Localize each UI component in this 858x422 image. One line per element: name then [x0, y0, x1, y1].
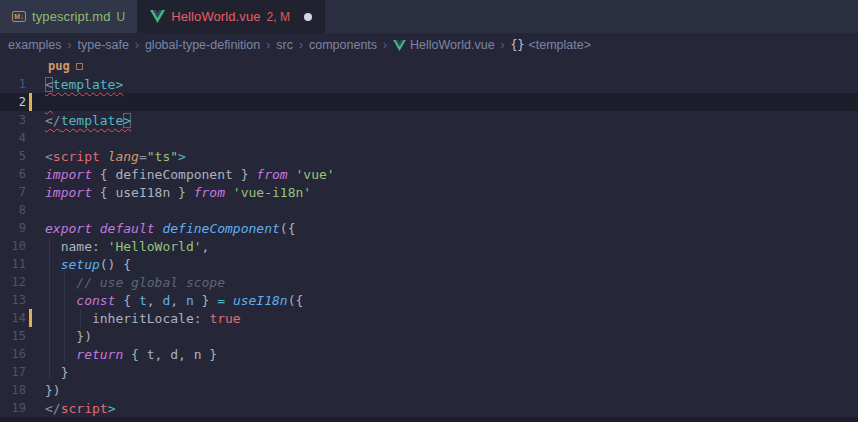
code-line-12[interactable]: 12 // use global scope: [0, 273, 858, 291]
line-number: 6: [0, 167, 26, 181]
code-text: </script>: [45, 401, 115, 416]
code-line-13[interactable]: 13 const { t, d, n } = useI18n({: [0, 291, 858, 309]
template-lang-hint[interactable]: pug: [48, 59, 70, 73]
git-modified-marker: [29, 273, 32, 291]
code-line-5[interactable]: 5<script lang="ts">: [0, 147, 858, 165]
breadcrumb: examples›type-safe›global-type-definitio…: [0, 33, 858, 57]
vue-icon: [150, 10, 165, 23]
git-status-badge: U: [117, 10, 126, 24]
breadcrumb-label: global-type-definition: [145, 38, 260, 52]
breadcrumb-item[interactable]: examples: [8, 38, 62, 52]
line-number: 15: [0, 329, 26, 343]
tab-bar: M↓ typescript.md U HelloWorld.vue 2, M: [0, 0, 858, 33]
code-text: [45, 95, 53, 110]
template-lang-hint-row: pug: [0, 57, 858, 75]
line-number: 19: [0, 401, 26, 415]
code-line-16[interactable]: 16 return { t, d, n }: [0, 345, 858, 363]
breadcrumb-label: src: [276, 38, 293, 52]
line-number: 16: [0, 347, 26, 361]
line-number: 8: [0, 203, 26, 217]
breadcrumb-separator: ›: [135, 38, 139, 52]
breadcrumb-label: type-safe: [78, 38, 129, 52]
code-text: name: 'HelloWorld',: [45, 239, 209, 254]
git-modified-marker: [29, 201, 32, 219]
code-line-8[interactable]: 8: [0, 201, 858, 219]
breadcrumb-item[interactable]: {}<template>: [511, 38, 591, 52]
line-number: 18: [0, 383, 26, 397]
code-text: export default defineComponent({: [45, 221, 295, 236]
unsaved-changes-dot[interactable]: [304, 13, 312, 21]
code-text: import { defineComponent } from 'vue': [45, 167, 335, 182]
indent-guide: [49, 237, 50, 381]
git-modified-marker: [29, 219, 32, 237]
code-text: return { t, d, n }: [45, 347, 217, 362]
git-modified-marker: [29, 255, 32, 273]
code-editor[interactable]: pug 1<template>2 3</template>45<script l…: [0, 57, 858, 417]
line-number: 7: [0, 185, 26, 199]
code-line-4[interactable]: 4: [0, 129, 858, 147]
code-text: // use global scope: [45, 275, 225, 290]
line-number: 2: [0, 95, 26, 109]
git-modified-marker: [29, 345, 32, 363]
code-line-2[interactable]: 2: [0, 93, 858, 111]
code-line-19[interactable]: 19</script>: [0, 399, 858, 417]
breadcrumb-separator: ›: [299, 38, 303, 52]
problems-git-badge: 2, M: [267, 10, 290, 24]
indent-guide: [80, 309, 81, 327]
code-text: setup() {: [45, 257, 131, 272]
git-modified-marker: [29, 291, 32, 309]
git-modified-marker: [29, 111, 32, 129]
breadcrumb-separator: ›: [68, 38, 72, 52]
code-text: <script lang="ts">: [45, 149, 186, 164]
code-line-17[interactable]: 17 }: [0, 363, 858, 381]
line-number: 14: [0, 311, 26, 325]
editor-window: M↓ typescript.md U HelloWorld.vue 2, M e…: [0, 0, 858, 422]
line-number: 12: [0, 275, 26, 289]
breadcrumb-label: <template>: [528, 38, 591, 52]
code-line-6[interactable]: 6import { defineComponent } from 'vue': [0, 165, 858, 183]
breadcrumb-label: HelloWorld.vue: [410, 38, 495, 52]
breadcrumb-item[interactable]: global-type-definition: [145, 38, 260, 52]
git-modified-marker: [29, 381, 32, 399]
code-line-7[interactable]: 7import { useI18n } from 'vue-i18n': [0, 183, 858, 201]
code-line-1[interactable]: 1<template>: [0, 75, 858, 93]
code-line-3[interactable]: 3</template>: [0, 111, 858, 129]
breadcrumb-separator: ›: [383, 38, 387, 52]
tab-typescript-md[interactable]: M↓ typescript.md U: [0, 0, 138, 33]
code-line-15[interactable]: 15 }): [0, 327, 858, 345]
breadcrumb-separator: ›: [501, 38, 505, 52]
code-text: }): [45, 329, 92, 344]
line-number: 13: [0, 293, 26, 307]
markdown-icon: M↓: [12, 11, 26, 22]
line-number: 3: [0, 113, 26, 127]
line-number: 9: [0, 221, 26, 235]
breadcrumb-label: examples: [8, 38, 62, 52]
breadcrumb-separator: ›: [266, 38, 270, 52]
code-text: const { t, d, n } = useI18n({: [45, 293, 303, 308]
tab-helloworld-vue[interactable]: HelloWorld.vue 2, M: [138, 0, 325, 33]
code-text: </template>: [45, 113, 131, 128]
line-number: 11: [0, 257, 26, 271]
breadcrumb-item[interactable]: components: [309, 38, 377, 52]
breadcrumb-item[interactable]: type-safe: [78, 38, 129, 52]
vue-icon: [393, 40, 406, 51]
code-line-18[interactable]: 18}): [0, 381, 858, 399]
breadcrumb-item[interactable]: src: [276, 38, 293, 52]
line-number: 5: [0, 149, 26, 163]
hint-settings-icon[interactable]: [76, 63, 83, 70]
code-line-14[interactable]: 14 inheritLocale: true: [0, 309, 858, 327]
breadcrumb-item[interactable]: HelloWorld.vue: [393, 38, 495, 52]
code-line-9[interactable]: 9export default defineComponent({: [0, 219, 858, 237]
tab-label: typescript.md: [32, 9, 111, 24]
git-modified-marker: [29, 327, 32, 345]
code-line-11[interactable]: 11 setup() {: [0, 255, 858, 273]
code-line-10[interactable]: 10 name: 'HelloWorld',: [0, 237, 858, 255]
git-modified-marker: [29, 129, 32, 147]
git-modified-marker: [29, 147, 32, 165]
git-modified-marker: [29, 309, 32, 327]
git-modified-marker: [29, 165, 32, 183]
git-modified-marker: [29, 237, 32, 255]
breadcrumb-label: components: [309, 38, 377, 52]
line-number: 4: [0, 131, 26, 145]
line-number: 1: [0, 77, 26, 91]
